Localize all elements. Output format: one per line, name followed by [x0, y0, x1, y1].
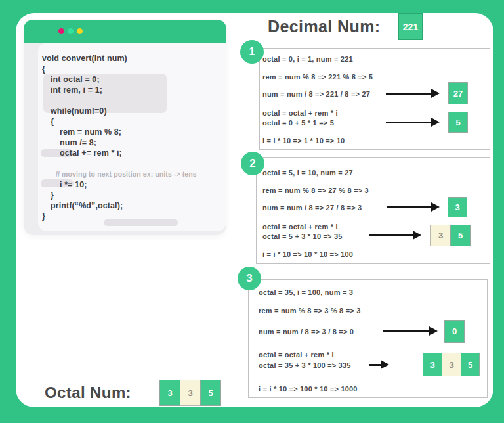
step-line: octal = 5 + 3 * 10 => 35: [262, 232, 343, 241]
octal-result-box: 3: [442, 353, 461, 376]
octal-result-box: 5: [461, 353, 480, 376]
arrow-right-icon: [386, 93, 431, 95]
code-line: {: [0, 116, 226, 127]
code-line: {: [0, 64, 226, 74]
step-line: octal = octal + rem * i: [259, 350, 334, 359]
window-dot-mint-icon: [68, 28, 74, 34]
step-line: octal = 35, i = 100, num = 3: [259, 288, 353, 297]
step-3-badge: 3: [238, 267, 261, 290]
arrow-right-icon: [383, 330, 429, 332]
window-dot-yellow-icon: [77, 28, 83, 34]
step-line: i = i * 10 => 100 * 10 => 1000: [259, 384, 358, 393]
arrow-right-icon: [369, 234, 413, 236]
step-1-badge: 1: [240, 40, 264, 64]
code-line: [0, 95, 226, 106]
step-line: octal = 0, i = 1, num = 221: [262, 55, 353, 64]
octal-result-box: 3: [430, 225, 451, 246]
arrow-right-icon: [369, 364, 381, 366]
decimal-num-label: Decimal Num:: [268, 17, 381, 36]
code-line: i *= 10;: [0, 179, 226, 190]
step-line: num = num / 8 => 221 / 8 => 27: [262, 89, 370, 99]
code-comment-line: // moving to next position ex: units -> …: [0, 169, 226, 179]
code-line: }: [0, 211, 226, 221]
num-result-box: 27: [448, 82, 468, 104]
infographic-stage: void convert(int num) { int octal = 0; i…: [0, 0, 504, 423]
octal-result-box: 5: [448, 112, 468, 133]
code-line: num /= 8;: [0, 137, 226, 148]
step-line: octal = 5, i = 10, num = 27: [262, 168, 353, 177]
step-2-badge: 2: [241, 152, 264, 175]
octal-result-box: 5: [450, 225, 471, 246]
code-line: int octal = 0;: [0, 74, 226, 85]
code-line: rem = num % 8;: [0, 127, 226, 137]
code-line: while(num!=0): [0, 106, 226, 116]
window-titlebar: [24, 20, 226, 43]
step-line: i = i * 10 => 1 * 10 => 10: [262, 136, 345, 145]
step-line: octal = 35 + 3 * 100 => 335: [259, 361, 351, 370]
step-line: octal = 0 + 5 * 1 => 5: [262, 118, 334, 127]
step-line: rem = num % 8 => 27 % 8 => 3: [262, 186, 369, 195]
octal-digit-box: 3: [180, 380, 201, 406]
octal-num-label: Octal Num:: [45, 384, 131, 402]
octal-digit-box: 3: [159, 380, 180, 406]
step-line: rem = num % 8 => 221 % 8 => 5: [262, 72, 373, 81]
arrow-right-icon: [387, 206, 431, 208]
octal-digit-box: 5: [200, 380, 221, 406]
arrow-right-icon: [386, 122, 431, 123]
step-line: num = num / 8 => 3 / 8 => 0: [259, 327, 354, 336]
code-block: void convert(int num) { int octal = 0; i…: [0, 53, 226, 221]
code-line: }: [0, 190, 226, 200]
octal-result-group: 3 3 5: [423, 353, 480, 376]
step-line: i = i * 10 => 10 * 10 => 100: [262, 250, 353, 259]
window-dot-pink-icon: [58, 28, 64, 34]
code-line: [0, 158, 226, 169]
step-line: num = num / 8 => 27 / 8 => 3: [262, 203, 362, 212]
decimal-value-box: 221: [398, 13, 423, 40]
step-line: octal = octal + rem * i: [262, 108, 338, 118]
step-line: rem = num % 8 => 3 % 8 => 3: [259, 306, 361, 315]
num-result-box: 0: [444, 320, 465, 343]
octal-result-box: 3: [423, 353, 442, 376]
code-line: printf(“%d”,octal);: [0, 200, 226, 211]
octal-result-group: 3 5: [430, 225, 471, 246]
code-line: int rem, i = 1;: [0, 85, 226, 95]
code-line: octal += rem * i;: [0, 148, 226, 158]
code-line: void convert(int num): [0, 53, 226, 64]
step-line: octal = octal + rem * i: [262, 222, 338, 231]
octal-final-group: 3 3 5: [159, 380, 221, 406]
num-result-box: 3: [448, 197, 467, 217]
